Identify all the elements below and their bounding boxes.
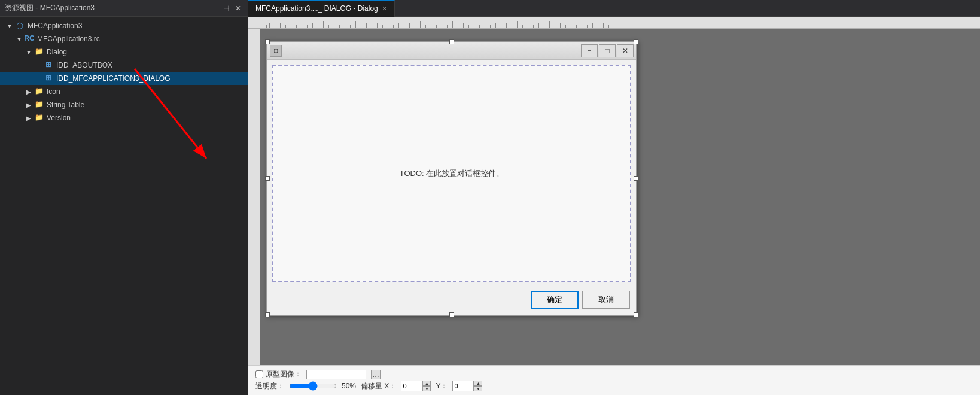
dialog-placeholder-text: TODO: 在此放置对话框控件。 (400, 168, 504, 179)
resize-handle-tc[interactable] (449, 40, 454, 44)
dialog-close-button[interactable]: ✕ (617, 44, 634, 57)
tab-label: MFCApplication3...._ DIALOG - Dialog (255, 4, 378, 13)
resize-handle-bl[interactable] (265, 312, 270, 317)
transparency-slider-container (289, 382, 337, 390)
ruler-marks (266, 17, 619, 28)
right-panel: MFCApplication3...._ DIALOG - Dialog ✕ (248, 0, 980, 395)
offset-x-label: 偏移量 X： (361, 381, 396, 391)
transparency-row: 透明度： 50% 偏移量 X： ▲ ▼ Y： ▲ (255, 381, 973, 391)
editor-wrapper: □ － □ ✕ TODO: 在此放置对话框控件。 确定 (248, 17, 980, 395)
dialog-folder-icon: 📁 (34, 47, 44, 57)
y-spin-up[interactable]: ▲ (474, 381, 482, 386)
icon-folder-label: Icon (47, 87, 60, 96)
dialog-window: □ － □ ✕ TODO: 在此放置对话框控件。 确定 (266, 41, 637, 316)
x-spin-up[interactable]: ▲ (422, 381, 431, 386)
resize-handle-mr[interactable] (634, 176, 638, 181)
prototype-checkbox-group: 原型图像： (255, 369, 302, 379)
dialog-footer: 确定 取消 (267, 287, 636, 315)
prototype-label: 原型图像： (266, 369, 302, 379)
resize-handle-ml[interactable] (265, 176, 270, 181)
tree-item-icon-folder[interactable]: ▶ 📁 Icon (0, 85, 248, 98)
tab-dialog[interactable]: MFCApplication3...._ DIALOG - Dialog ✕ (248, 0, 395, 17)
icon-folder-icon: 📁 (34, 87, 44, 96)
prototype-image-area (306, 370, 366, 379)
resource-view-panel: 资源视图 - MFCApplication3 ⊣ ✕ ▼ ⬡ MFCApplic… (0, 0, 248, 395)
pin-icon[interactable]: ⊣ (221, 4, 231, 13)
dialog-title-icon: □ (270, 45, 282, 57)
ruler-top (248, 17, 980, 29)
resize-handle-bc[interactable] (449, 312, 454, 317)
root-label: MFCApplication3 (28, 22, 82, 30)
ok-button[interactable]: 确定 (531, 291, 579, 309)
canvas-wrapper: □ － □ ✕ TODO: 在此放置对话框控件。 确定 (260, 29, 980, 365)
rc-file-icon: RC (24, 34, 35, 44)
version-folder-label: Version (47, 114, 71, 122)
y-spin-down[interactable]: ▼ (474, 386, 482, 391)
tree-container: ▼ ⬡ MFCApplication3 ▼ RC MFCApplication3… (0, 17, 248, 395)
resize-handle-br[interactable] (634, 312, 638, 317)
string-table-label: String Table (47, 101, 84, 109)
tree-root[interactable]: ▼ ⬡ MFCApplication3 (0, 19, 248, 32)
y-spin-buttons: ▲ ▼ (474, 381, 482, 391)
y-label: Y： (436, 381, 448, 391)
tree-item-main-dialog[interactable]: ⊞ IDD_MFCAPPLICATION3_DIALOG (0, 72, 248, 85)
x-spinbox: ▲ ▼ (401, 381, 431, 391)
editor-canvas-area: □ － □ ✕ TODO: 在此放置对话框控件。 确定 (248, 29, 980, 365)
cancel-button[interactable]: 取消 (582, 291, 630, 309)
x-spin-buttons: ▲ ▼ (422, 381, 431, 391)
tree-item-aboutbox[interactable]: ⊞ IDD_ABOUTBOX (0, 59, 248, 72)
tab-close-button[interactable]: ✕ (382, 5, 387, 13)
tree-item-rc[interactable]: ▼ RC MFCApplication3.rc (0, 32, 248, 45)
resize-handle-tl[interactable] (265, 40, 270, 44)
y-spinbox: ▲ ▼ (452, 381, 482, 391)
y-value-input[interactable] (452, 381, 474, 391)
tab-bar: MFCApplication3...._ DIALOG - Dialog ✕ (248, 0, 980, 17)
prototype-row: 原型图像： … (255, 369, 973, 379)
prototype-browse-button[interactable]: … (371, 370, 381, 379)
version-folder-icon: 📁 (34, 113, 44, 123)
tree-item-version-folder[interactable]: ▶ 📁 Version (0, 111, 248, 124)
string-table-icon: 📁 (34, 100, 44, 110)
panel-title-icons: ⊣ ✕ (221, 4, 243, 13)
dialog-content: TODO: 在此放置对话框控件。 (272, 65, 631, 282)
version-folder-arrow: ▶ (24, 115, 34, 121)
string-table-arrow: ▶ (24, 102, 34, 108)
tree-item-string-table-folder[interactable]: ▶ 📁 String Table (0, 98, 248, 111)
resize-handle-tr[interactable] (634, 40, 638, 44)
icon-folder-arrow: ▶ (24, 89, 34, 95)
dialog-titlebar: □ － □ ✕ (267, 42, 636, 60)
dialog-folder-label: Dialog (47, 48, 67, 56)
main-dialog-label: IDD_MFCAPPLICATION3_DIALOG (56, 74, 171, 83)
rc-arrow: ▼ (14, 36, 24, 42)
main-dialog-icon: ⊞ (43, 74, 54, 83)
transparency-slider[interactable] (289, 382, 337, 390)
panel-title: 资源视图 - MFCApplication3 (5, 3, 95, 13)
transparency-value: 50% (342, 382, 356, 390)
panel-titlebar: 资源视图 - MFCApplication3 ⊣ ✕ (0, 0, 248, 17)
ruler-left (248, 29, 260, 365)
rc-label: MFCApplication3.rc (37, 35, 100, 43)
prototype-checkbox[interactable] (255, 370, 263, 378)
dialog-title-buttons: － □ ✕ (581, 44, 634, 57)
dialog-maximize-button[interactable]: □ (599, 44, 616, 57)
aboutbox-icon: ⊞ (43, 60, 54, 70)
tree-item-dialog-folder[interactable]: ▼ 📁 Dialog (0, 45, 248, 59)
aboutbox-label: IDD_ABOUTBOX (56, 61, 112, 69)
close-icon[interactable]: ✕ (233, 4, 243, 13)
dialog-minimize-button[interactable]: － (581, 44, 598, 57)
bottom-bar: 原型图像： … 透明度： 50% 偏移量 X： ▲ ▼ (248, 365, 980, 395)
project-icon: ⬡ (14, 21, 25, 31)
x-value-input[interactable] (401, 381, 422, 391)
dialog-folder-arrow: ▼ (24, 49, 34, 56)
transparency-label: 透明度： (255, 381, 284, 391)
root-arrow: ▼ (5, 23, 14, 29)
x-spin-down[interactable]: ▼ (422, 386, 431, 391)
